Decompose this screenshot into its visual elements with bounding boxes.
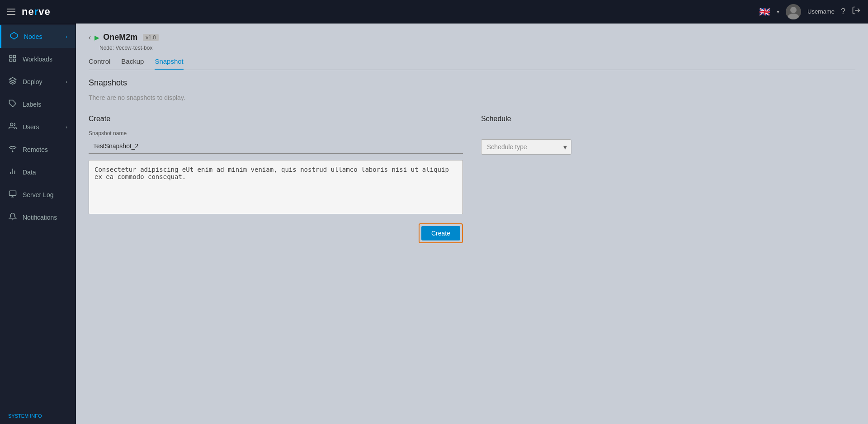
sidebar-item-label: Workloads: [23, 56, 52, 63]
sidebar: Nodes › Workloads Deploy › Labels: [0, 24, 76, 424]
tab-control[interactable]: Control: [89, 57, 110, 70]
no-snapshots-text: There are no snapshots to display.: [89, 94, 855, 101]
svg-rect-3: [9, 55, 12, 57]
svg-point-1: [788, 14, 799, 19]
help-icon[interactable]: ?: [841, 7, 845, 16]
sidebar-item-workloads[interactable]: Workloads: [0, 48, 75, 71]
sidebar-item-deploy[interactable]: Deploy ›: [0, 71, 75, 93]
data-icon: [8, 167, 17, 177]
svg-point-9: [12, 151, 13, 152]
back-button[interactable]: ‹: [89, 33, 91, 42]
users-icon: [8, 122, 17, 132]
tabs: Control Backup Snapshot: [89, 57, 855, 70]
flag-icon[interactable]: 🇬🇧: [759, 6, 770, 17]
sidebar-item-notifications[interactable]: Notifications: [0, 206, 75, 229]
nodes-icon: [9, 32, 19, 42]
sidebar-item-users[interactable]: Users ›: [0, 116, 75, 138]
sidebar-item-nodes[interactable]: Nodes ›: [0, 25, 75, 48]
sidebar-item-label: Remotes: [23, 146, 48, 153]
breadcrumb: ‹ ▶ OneM2m v1.0: [89, 33, 855, 42]
form-row: Create Snapshot name Create Schedule Sch…: [89, 115, 855, 243]
tab-snapshot[interactable]: Snapshot: [155, 57, 183, 70]
sidebar-item-server-log[interactable]: Server Log: [0, 184, 75, 206]
lang-dropdown[interactable]: ▾: [777, 9, 779, 15]
schedule-section: Schedule Schedule type OnceHourlyDailyWe…: [481, 115, 855, 243]
svg-rect-6: [14, 59, 16, 61]
snapshot-name-input[interactable]: [89, 139, 463, 154]
version-badge: v1.0: [143, 34, 159, 41]
create-button-wrap: Create: [89, 223, 463, 243]
server-log-icon: [8, 190, 17, 200]
main-content: ‹ ▶ OneM2m v1.0 Node: Vecow-test-box Con…: [76, 24, 868, 424]
svg-rect-4: [14, 55, 16, 57]
create-button[interactable]: Create: [421, 226, 460, 240]
chevron-right-icon: ›: [66, 34, 67, 39]
workload-title: OneM2m: [103, 33, 137, 42]
create-section: Create Snapshot name Create: [89, 115, 463, 243]
schedule-type-dropdown[interactable]: Schedule type OnceHourlyDailyWeeklyMonth…: [481, 139, 571, 155]
system-info[interactable]: SYSTEM INFO: [0, 408, 75, 424]
sidebar-item-label: Server Log: [23, 191, 53, 198]
topbar-right: 🇬🇧 ▾ Username ?: [759, 4, 861, 19]
remotes-icon: [8, 145, 17, 155]
username-label: Username: [807, 8, 835, 15]
svg-point-8: [10, 123, 13, 126]
topbar-left: nerve: [7, 6, 51, 18]
schedule-section-title: Schedule: [481, 115, 855, 123]
sidebar-item-label: Data: [23, 169, 36, 176]
snapshot-name-label: Snapshot name: [89, 130, 463, 137]
layout: Nodes › Workloads Deploy › Labels: [0, 24, 868, 424]
create-button-highlight: Create: [419, 223, 463, 243]
tab-backup[interactable]: Backup: [121, 57, 144, 70]
sidebar-item-label: Nodes: [24, 33, 42, 40]
sidebar-item-label: Users: [23, 123, 39, 131]
play-icon: ▶: [94, 34, 99, 41]
svg-rect-5: [9, 59, 12, 61]
create-section-title: Create: [89, 115, 463, 123]
topbar: nerve 🇬🇧 ▾ Username ?: [0, 0, 868, 24]
schedule-dropdown-container: Schedule type OnceHourlyDailyWeeklyMonth…: [481, 139, 571, 155]
sidebar-item-label: Labels: [23, 101, 41, 108]
svg-rect-10: [9, 191, 16, 196]
sidebar-item-labels[interactable]: Labels: [0, 93, 75, 116]
svg-point-0: [790, 7, 797, 13]
logout-icon[interactable]: [852, 6, 861, 17]
avatar: [786, 4, 801, 19]
snapshot-description-textarea[interactable]: [89, 160, 463, 214]
snapshots-section-title: Snapshots: [89, 78, 855, 88]
logo-text: nerve: [22, 6, 51, 18]
labels-icon: [8, 99, 17, 109]
svg-marker-2: [11, 33, 18, 39]
chevron-right-icon: ›: [66, 124, 67, 130]
hamburger-icon[interactable]: [7, 9, 15, 15]
workloads-icon: [8, 54, 17, 64]
chevron-right-icon: ›: [66, 79, 67, 85]
sidebar-item-data[interactable]: Data: [0, 161, 75, 184]
sidebar-item-label: Notifications: [23, 214, 57, 221]
sidebar-item-label: Deploy: [23, 78, 42, 85]
sidebar-item-remotes[interactable]: Remotes: [0, 138, 75, 161]
notifications-icon: [8, 212, 17, 222]
deploy-icon: [8, 77, 17, 87]
logo: nerve: [22, 6, 51, 18]
node-info: Node: Vecow-test-box: [99, 45, 855, 51]
